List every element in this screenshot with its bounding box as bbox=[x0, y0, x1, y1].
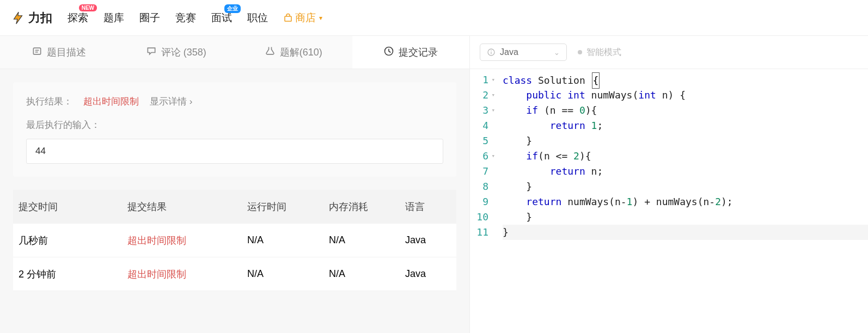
left-tab-label: 评论 (358) bbox=[161, 46, 206, 59]
submission-table: 提交时间 提交结果 运行时间 内存消耗 语言 几秒前超出时间限制N/AN/AJa… bbox=[13, 190, 456, 291]
left-tab-0[interactable]: 题目描述 bbox=[0, 36, 118, 69]
result-label: 执行结果： bbox=[26, 95, 72, 108]
header-runtime: 运行时间 bbox=[247, 200, 329, 213]
left-tab-label: 题解(610) bbox=[280, 46, 322, 59]
line-number: 7 bbox=[470, 164, 495, 179]
left-panel: 题目描述评论 (358)题解(610)提交记录 执行结果： 超出时间限制 显示详… bbox=[0, 36, 469, 333]
leetcode-logo-icon bbox=[11, 11, 25, 25]
smart-mode-dot-icon bbox=[578, 50, 582, 54]
result-status: 超出时间限制 bbox=[83, 95, 139, 108]
cell-runtime: N/A bbox=[247, 268, 329, 280]
line-number: 8 bbox=[470, 179, 495, 194]
editor-header: Java ⌄ 智能模式 bbox=[470, 36, 868, 69]
editor-panel: Java ⌄ 智能模式 1▾2▾3▾456▾7891011 class Solu… bbox=[469, 36, 868, 333]
table-row[interactable]: 2 分钟前超出时间限制N/AN/AJava bbox=[13, 257, 456, 291]
code-line: if(n <= 2){ bbox=[503, 149, 868, 164]
comment-icon bbox=[146, 46, 157, 59]
fold-icon: ▾ bbox=[491, 72, 495, 88]
line-number: 10 bbox=[470, 209, 495, 225]
header-memory: 内存消耗 bbox=[329, 200, 405, 213]
fold-icon: ▾ bbox=[491, 88, 495, 103]
line-number: 11 bbox=[470, 225, 495, 240]
cell-result: 超出时间限制 bbox=[127, 268, 247, 281]
logo-text: 力扣 bbox=[28, 10, 52, 26]
left-tab-label: 题目描述 bbox=[47, 46, 86, 59]
history-icon bbox=[383, 46, 394, 59]
info-icon bbox=[487, 48, 496, 57]
svg-rect-0 bbox=[285, 16, 291, 21]
svg-rect-1 bbox=[33, 48, 40, 54]
cell-result: 超出时间限制 bbox=[127, 234, 247, 247]
line-number: 2▾ bbox=[470, 88, 495, 103]
shop-icon bbox=[283, 13, 293, 23]
language-label: Java bbox=[500, 47, 518, 57]
nav-item-0[interactable]: 探索NEW bbox=[68, 11, 88, 25]
nav-badge: NEW bbox=[79, 4, 97, 11]
table-row[interactable]: 几秒前超出时间限制N/AN/AJava bbox=[13, 224, 456, 257]
header-lang: 语言 bbox=[405, 200, 451, 213]
left-tab-label: 提交记录 bbox=[399, 46, 438, 59]
cell-memory: N/A bbox=[329, 268, 405, 280]
line-number: 6▾ bbox=[470, 149, 495, 164]
code-line: return n; bbox=[503, 164, 868, 179]
last-input-value: 44 bbox=[26, 139, 443, 164]
line-number: 1▾ bbox=[470, 72, 495, 88]
cell-lang: Java bbox=[405, 235, 451, 246]
smart-mode-label: 智能模式 bbox=[586, 47, 621, 58]
language-select[interactable]: Java ⌄ bbox=[480, 44, 567, 61]
code-line: if (n == 0){ bbox=[503, 103, 868, 118]
line-gutter: 1▾2▾3▾456▾7891011 bbox=[470, 72, 503, 240]
last-input-label: 最后执行的输入： bbox=[26, 119, 443, 131]
cell-lang: Java bbox=[405, 268, 451, 280]
table-header: 提交时间 提交结果 运行时间 内存消耗 语言 bbox=[13, 190, 456, 224]
code-line: } bbox=[503, 133, 868, 149]
header-result: 提交结果 bbox=[127, 200, 247, 213]
nav-shop[interactable]: 商店 ▾ bbox=[283, 11, 322, 25]
nav-item-3[interactable]: 竞赛 bbox=[175, 11, 196, 25]
caret-down-icon: ▾ bbox=[319, 14, 322, 22]
line-number: 3▾ bbox=[470, 103, 495, 118]
svg-rect-7 bbox=[491, 52, 491, 54]
left-tab-1[interactable]: 评论 (358) bbox=[118, 36, 235, 69]
cell-memory: N/A bbox=[329, 235, 405, 246]
svg-point-6 bbox=[491, 51, 492, 52]
cell-time: 2 分钟前 bbox=[19, 268, 127, 281]
logo[interactable]: 力扣 bbox=[11, 10, 52, 26]
cell-runtime: N/A bbox=[247, 235, 329, 246]
chevron-down-icon: ⌄ bbox=[554, 48, 560, 57]
nav-shop-label: 商店 bbox=[295, 11, 316, 25]
line-number: 5 bbox=[470, 133, 495, 149]
cell-time: 几秒前 bbox=[19, 234, 127, 247]
result-show-details[interactable]: 显示详情 › bbox=[150, 95, 192, 108]
fold-icon: ▾ bbox=[491, 103, 495, 118]
top-nav: 力扣 探索NEW题库圈子竞赛面试企业职位 商店 ▾ bbox=[0, 0, 868, 36]
code-area[interactable]: class Solution { public int numWays(int … bbox=[503, 72, 868, 240]
solution-icon bbox=[265, 46, 276, 59]
code-line: return 1; bbox=[503, 118, 868, 133]
nav-item-2[interactable]: 圈子 bbox=[139, 11, 160, 25]
left-tab-3[interactable]: 提交记录 bbox=[352, 36, 470, 69]
description-icon bbox=[32, 46, 42, 59]
code-line: class Solution { bbox=[503, 72, 868, 88]
smart-mode[interactable]: 智能模式 bbox=[578, 47, 621, 58]
fold-icon: ▾ bbox=[491, 149, 495, 164]
nav-badge: 企业 bbox=[224, 4, 241, 13]
code-line: return numWays(n-1) + numWays(n-2); bbox=[503, 194, 868, 209]
nav-item-5[interactable]: 职位 bbox=[247, 11, 268, 25]
header-time: 提交时间 bbox=[19, 200, 127, 213]
code-line: } bbox=[503, 209, 868, 225]
left-tabs: 题目描述评论 (358)题解(610)提交记录 bbox=[0, 36, 469, 69]
code-editor[interactable]: 1▾2▾3▾456▾7891011 class Solution { publi… bbox=[470, 69, 868, 240]
left-tab-2[interactable]: 题解(610) bbox=[235, 36, 352, 69]
nav-item-4[interactable]: 面试企业 bbox=[211, 11, 232, 25]
code-line: } bbox=[503, 225, 868, 240]
code-line: } bbox=[503, 179, 868, 194]
line-number: 9 bbox=[470, 194, 495, 209]
line-number: 4 bbox=[470, 118, 495, 133]
result-panel: 执行结果： 超出时间限制 显示详情 › 最后执行的输入： 44 bbox=[13, 82, 456, 177]
nav-item-1[interactable]: 题库 bbox=[103, 11, 124, 25]
code-line: public int numWays(int n) { bbox=[503, 88, 868, 103]
